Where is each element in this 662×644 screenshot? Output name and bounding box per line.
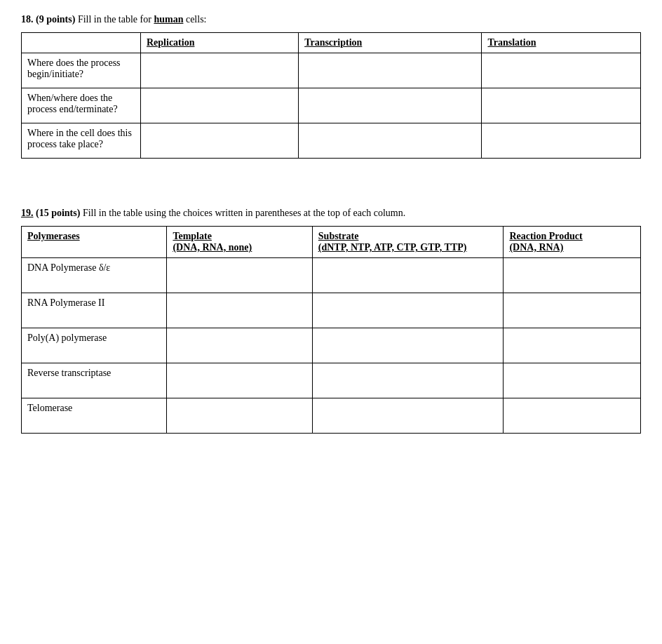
q18-row-label-1: Where does the process begin/initiate? (22, 53, 141, 88)
q19-reverse-substrate[interactable] (312, 363, 504, 398)
q19-col-substrate: Substrate (dNTP, NTP, ATP, CTP, GTP, TTP… (312, 227, 504, 258)
q19-rna-pol-substrate[interactable] (312, 293, 504, 328)
table-row: RNA Polymerase II (22, 293, 641, 328)
q18-col-transcription: Transcription (299, 33, 482, 53)
q18-header-row: Replication Transcription Translation (22, 33, 641, 53)
q19-reaction-label: Reaction Product (509, 231, 582, 241)
q19-reaction-sub: (DNA, RNA) (509, 242, 563, 253)
q18-number: 18. (21, 14, 34, 25)
q19-template-sub: (DNA, RNA, none) (173, 242, 252, 253)
q18-replication-end[interactable] (141, 88, 299, 123)
table-row: Where does the process begin/initiate? (22, 53, 641, 88)
q18-title: 18. (9 points) Fill in the table for hum… (21, 14, 641, 25)
q18-table: Replication Transcription Translation Wh… (21, 32, 641, 159)
table-row: Poly(A) polymerase (22, 328, 641, 363)
q19-row-telomerase: Telomerase (22, 398, 167, 434)
q18-replication-begin[interactable] (141, 53, 299, 88)
q19-row-rna-pol: RNA Polymerase II (22, 293, 167, 328)
table-row: Reverse transcriptase (22, 363, 641, 398)
q19-substrate-label: Substrate (318, 231, 359, 241)
q19-reverse-reaction[interactable] (504, 363, 641, 398)
q19-col-polymerases: Polymerases (22, 227, 167, 258)
q19-telomerase-substrate[interactable] (312, 398, 504, 434)
q18-translation-begin[interactable] (482, 53, 641, 88)
q18-replication-location[interactable] (141, 123, 299, 159)
q19-row-reverse: Reverse transcriptase (22, 363, 167, 398)
q19-row-dna-pol: DNA Polymerase δ/ε (22, 258, 167, 293)
q19-rna-pol-template[interactable] (167, 293, 312, 328)
q18-text: Fill in the table for (78, 14, 154, 25)
q19-reverse-template[interactable] (167, 363, 312, 398)
question-19: 19. (15 points) Fill in the table using … (21, 208, 641, 434)
q19-points: (15 points) (36, 208, 80, 218)
q19-poly-a-template[interactable] (167, 328, 312, 363)
q19-telomerase-reaction[interactable] (504, 398, 641, 434)
table-row: When/where does the process end/terminat… (22, 88, 641, 123)
q19-table: Polymerases Template (DNA, RNA, none) Su… (21, 226, 641, 434)
q19-substrate-sub: (dNTP, NTP, ATP, CTP, GTP, TTP) (318, 242, 467, 253)
q19-template-label: Template (173, 231, 211, 241)
q18-translation-location[interactable] (482, 123, 641, 159)
q19-poly-a-substrate[interactable] (312, 328, 504, 363)
q18-bold-text: human (154, 14, 183, 25)
q19-number: 19. (21, 208, 34, 218)
q19-dna-pol-reaction[interactable] (504, 258, 641, 293)
q18-transcription-begin[interactable] (299, 53, 482, 88)
q19-telomerase-template[interactable] (167, 398, 312, 434)
question-18: 18. (9 points) Fill in the table for hum… (21, 14, 641, 159)
q19-rna-pol-reaction[interactable] (504, 293, 641, 328)
spacer (21, 180, 641, 208)
q18-header-empty (22, 33, 141, 53)
q19-header-row: Polymerases Template (DNA, RNA, none) Su… (22, 227, 641, 258)
q18-col-translation: Translation (482, 33, 641, 53)
q19-title: 19. (15 points) Fill in the table using … (21, 208, 641, 219)
q19-text: Fill in the table using the choices writ… (83, 208, 405, 218)
q19-row-poly-a: Poly(A) polymerase (22, 328, 167, 363)
q19-dna-pol-template[interactable] (167, 258, 312, 293)
q18-row-label-2: When/where does the process end/terminat… (22, 88, 141, 123)
q19-dna-pol-substrate[interactable] (312, 258, 504, 293)
q18-transcription-end[interactable] (299, 88, 482, 123)
table-row: Telomerase (22, 398, 641, 434)
table-row: DNA Polymerase δ/ε (22, 258, 641, 293)
table-row: Where in the cell does this process take… (22, 123, 641, 159)
q18-col-replication: Replication (141, 33, 299, 53)
q18-end: cells: (183, 14, 206, 25)
q18-points: (9 points) (36, 14, 75, 25)
q19-poly-a-reaction[interactable] (504, 328, 641, 363)
q18-transcription-location[interactable] (299, 123, 482, 159)
q19-col-reaction: Reaction Product (DNA, RNA) (504, 227, 641, 258)
q18-row-label-3: Where in the cell does this process take… (22, 123, 141, 159)
q19-col-template: Template (DNA, RNA, none) (167, 227, 312, 258)
q19-polymerases-label: Polymerases (27, 231, 80, 241)
q18-translation-end[interactable] (482, 88, 641, 123)
